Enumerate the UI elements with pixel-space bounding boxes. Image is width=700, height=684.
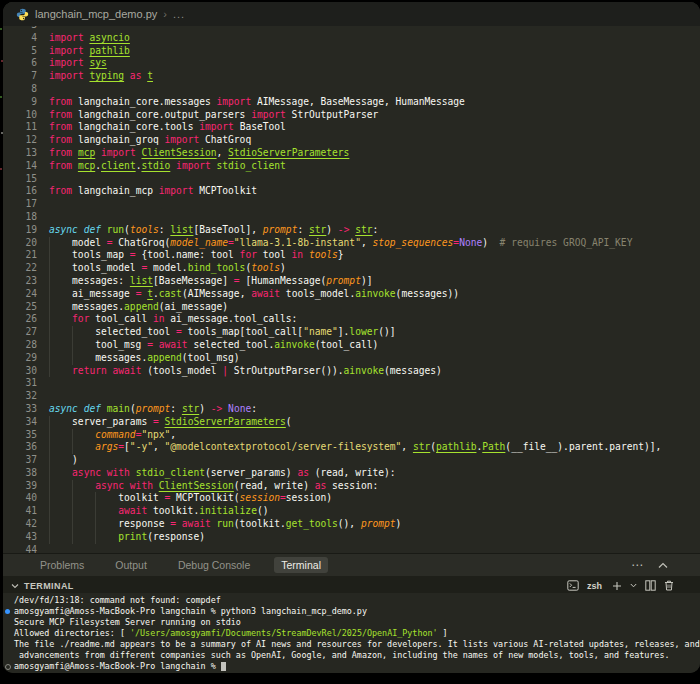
code-line[interactable]: 13from mcp import ClientSession, StdioSe… — [3, 147, 700, 160]
panel-tab-problems[interactable]: Problems — [33, 557, 91, 573]
line-number: 17 — [3, 198, 37, 211]
collapse-terminal-chevron-icon[interactable] — [11, 583, 19, 589]
breadcrumb-symbol-path[interactable]: ... — [173, 8, 185, 20]
line-number: 31 — [3, 377, 37, 390]
code-line[interactable]: 27selected_tool = tools_map[tool_call["n… — [3, 326, 700, 339]
line-number: 40 — [3, 492, 37, 505]
code-editor[interactable]: 34import asyncio5import pathlib6import s… — [3, 2, 700, 554]
terminal-line: Allowed directories: [ '/Users/amosgyamf… — [3, 628, 700, 639]
code-line[interactable]: 12from langchain_groq import ChatGroq — [3, 134, 700, 147]
terminal-line: advancements from different companies su… — [3, 650, 700, 661]
line-number: 25 — [3, 301, 37, 314]
panel-tab-bar: ProblemsOutputDebug ConsoleTerminal ⋯ — [3, 553, 700, 576]
code-line[interactable]: 40toolkit = MCPToolkit(session=session) — [3, 492, 700, 505]
shell-name-label[interactable]: zsh — [587, 581, 602, 591]
code-line[interactable]: 23messages: list[BaseMessage] = [HumanMe… — [3, 275, 700, 288]
terminal-cursor — [221, 662, 226, 671]
terminal-line: amosgyamfi@Amoss-MacBook-Pro langchain %… — [3, 606, 700, 617]
python-file-icon — [16, 8, 29, 21]
code-line[interactable]: 42response = await run(toolkit.get_tools… — [3, 518, 700, 531]
code-line[interactable]: 43print(response) — [3, 531, 700, 544]
code-line[interactable]: 14from mcp.client.stdio import stdio_cli… — [3, 160, 700, 173]
code-line[interactable]: 10from langchain_core.output_parsers imp… — [3, 109, 700, 122]
kill-terminal-trash-icon[interactable] — [664, 580, 674, 591]
line-number: 16 — [3, 185, 37, 198]
code-line[interactable]: 24ai_message = t.cast(AIMessage, await t… — [3, 288, 700, 301]
code-line[interactable]: 33async def main(prompt: str) -> None: — [3, 403, 700, 416]
code-line[interactable]: 11from langchain_core.tools import BaseT… — [3, 121, 700, 134]
line-number: 7 — [3, 70, 37, 83]
code-line[interactable]: 9from langchain_core.messages import AIM… — [3, 96, 700, 109]
line-number: 6 — [3, 57, 37, 70]
code-line[interactable]: 28tool_msg = await selected_tool.ainvoke… — [3, 339, 700, 352]
breadcrumb-chevron-icon: › — [163, 8, 167, 20]
line-number: 41 — [3, 505, 37, 518]
code-line[interactable]: 7import typing as t — [3, 70, 700, 83]
code-line[interactable]: 15 — [3, 173, 700, 186]
command-pending-circle-icon — [5, 664, 11, 670]
terminal-line: amosgyamfi@Amoss-MacBook-Pro langchain % — [3, 661, 700, 672]
code-line[interactable]: 41await toolkit.initialize() — [3, 505, 700, 518]
code-line[interactable]: 32 — [3, 390, 700, 403]
line-number: 4 — [3, 32, 37, 45]
line-number: 9 — [3, 96, 37, 109]
new-terminal-plus-icon[interactable] — [612, 581, 622, 591]
panel-tab-debug-console[interactable]: Debug Console — [171, 557, 257, 573]
code-line[interactable]: 25messages.append(ai_message) — [3, 301, 700, 314]
code-line[interactable]: 8 — [3, 83, 700, 96]
panel-tab-output[interactable]: Output — [108, 557, 154, 573]
line-number: 30 — [3, 365, 37, 378]
code-line[interactable]: 39async with ClientSession(read, write) … — [3, 480, 700, 493]
terminal-line: Secure MCP Filesystem Server running on … — [3, 617, 700, 628]
line-number: 35 — [3, 429, 37, 442]
line-number: 37 — [3, 454, 37, 467]
code-line[interactable]: 17 — [3, 198, 700, 211]
line-number: 28 — [3, 339, 37, 352]
code-line[interactable]: 16from langchain_mcp import MCPToolkit — [3, 185, 700, 198]
code-line[interactable]: 18 — [3, 211, 700, 224]
line-number: 23 — [3, 275, 37, 288]
line-number: 20 — [3, 237, 37, 250]
line-number: 13 — [3, 147, 37, 160]
terminal-line: The file ./readme.md appears to be a sum… — [3, 639, 700, 650]
breadcrumb-filename[interactable]: langchain_mcp_demo.py — [35, 8, 157, 20]
maximize-panel-icon[interactable] — [658, 562, 668, 569]
line-number: 14 — [3, 160, 37, 173]
code-line[interactable]: 21tools_map = {tool.name: tool for tool … — [3, 249, 700, 262]
code-line[interactable]: 35command="npx", — [3, 429, 700, 442]
code-line[interactable]: 6import sys — [3, 57, 700, 70]
background-window-sliver — [0, 96, 2, 98]
background-window-sliver — [0, 168, 2, 170]
code-line[interactable]: 4import asyncio — [3, 32, 700, 45]
code-line[interactable]: 37) — [3, 454, 700, 467]
line-number: 34 — [3, 416, 37, 429]
code-line[interactable]: 34server_params = StdioServerParameters( — [3, 416, 700, 429]
code-line[interactable]: 30return await (tools_model | StrOutputP… — [3, 365, 700, 378]
vscode-window: langchain_mcp_demo.py › ... 34import asy… — [3, 2, 700, 673]
code-line[interactable]: 20model = ChatGroq(model_name="llama-3.1… — [3, 237, 700, 250]
code-line[interactable]: 26for tool_call in ai_message.tool_calls… — [3, 313, 700, 326]
terminal-output[interactable]: /dev/fd/13:18: command not found: compde… — [3, 593, 700, 673]
code-line[interactable]: 5import pathlib — [3, 45, 700, 58]
line-number: 26 — [3, 313, 37, 326]
line-number: 27 — [3, 326, 37, 339]
line-number: 36 — [3, 441, 37, 454]
code-line[interactable]: 29messages.append(tool_msg) — [3, 352, 700, 365]
code-line[interactable]: 31 — [3, 377, 700, 390]
code-line[interactable]: 22tools_model = model.bind_tools(tools) — [3, 262, 700, 275]
line-number: 39 — [3, 480, 37, 493]
breadcrumb[interactable]: langchain_mcp_demo.py › ... — [3, 2, 700, 26]
split-terminal-icon[interactable] — [645, 580, 656, 591]
line-number: 29 — [3, 352, 37, 365]
panel-tab-terminal[interactable]: Terminal — [274, 557, 328, 573]
line-number: 8 — [3, 83, 37, 96]
code-line[interactable]: 19async def run(tools: list[BaseTool], p… — [3, 224, 700, 237]
terminal-line: /dev/fd/13:18: command not found: compde… — [3, 595, 700, 606]
panel-more-actions-icon[interactable]: ⋯ — [631, 560, 644, 570]
line-number: 38 — [3, 467, 37, 480]
line-number: 10 — [3, 109, 37, 122]
code-line[interactable]: 38async with stdio_client(server_params)… — [3, 467, 700, 480]
code-line[interactable]: 36args=["-y", "@modelcontextprotocol/ser… — [3, 441, 700, 454]
shell-terminal-icon — [567, 580, 579, 591]
terminal-profile-chevron-down-icon[interactable] — [630, 583, 637, 588]
